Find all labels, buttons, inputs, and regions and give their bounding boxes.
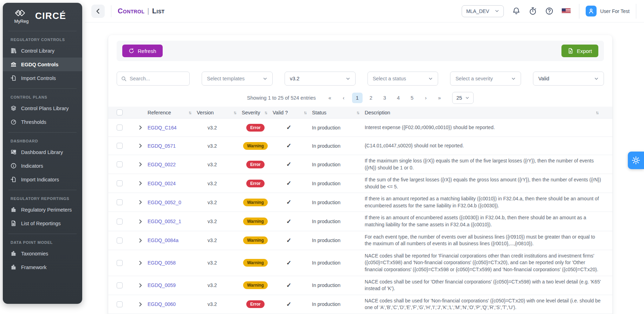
environment-select[interactable]: MLA_DEV xyxy=(462,5,504,17)
row-checkbox[interactable] xyxy=(117,180,123,186)
description-cell: NACE codes shall be used for 'Non-financ… xyxy=(365,298,604,311)
app-logo[interactable]: MyReg CIRCÉ xyxy=(3,3,82,27)
status-select-value: Select a status xyxy=(373,76,406,81)
chevron-down-icon xyxy=(428,76,433,81)
expand-row-icon[interactable] xyxy=(138,125,143,130)
version-select[interactable]: v3.2 xyxy=(285,72,356,86)
gear-icon xyxy=(632,156,640,165)
first-page-button[interactable]: « xyxy=(325,93,335,103)
sidebar-item-egdq-controls[interactable]: EGDQ Controls xyxy=(3,58,82,71)
reference-link[interactable]: EGDQ_0058 xyxy=(148,260,176,266)
reference-link[interactable]: EGDQ_0084a xyxy=(148,238,178,243)
previous-page-button[interactable]: ‹ xyxy=(338,93,349,103)
sidebar-section: REGULATORY REPORTINGS Regulatory Perimet… xyxy=(3,190,82,230)
templates-select[interactable]: Select templates xyxy=(202,72,273,86)
row-checkbox[interactable] xyxy=(117,260,123,266)
select-all-checkbox[interactable] xyxy=(117,109,123,115)
user-menu[interactable]: User For Test xyxy=(579,4,636,19)
reference-link[interactable]: EGDQ_0060 xyxy=(148,301,176,307)
row-checkbox[interactable] xyxy=(117,143,123,149)
expand-row-icon[interactable] xyxy=(138,143,143,148)
expand-row-icon[interactable] xyxy=(138,302,143,307)
page-button-1[interactable]: 1 xyxy=(352,93,363,103)
row-checkbox[interactable] xyxy=(117,282,123,288)
timer-button[interactable] xyxy=(529,7,537,15)
row-checkbox[interactable] xyxy=(117,219,123,225)
expand-row-icon[interactable] xyxy=(138,260,143,266)
severity-select[interactable]: Select a severity xyxy=(450,72,521,86)
row-checkbox[interactable] xyxy=(117,301,123,307)
chevron-down-icon xyxy=(465,96,469,100)
sort-icon[interactable]: ↑↓ xyxy=(304,110,307,115)
sidebar-item-taxonomies[interactable]: Taxonomies xyxy=(3,247,82,260)
sidebar-item-framework[interactable]: Framework xyxy=(3,260,82,274)
page-button-5[interactable]: 5 xyxy=(407,93,417,103)
reference-link[interactable]: EGDQ_0571 xyxy=(148,143,176,149)
expand-row-icon[interactable] xyxy=(138,200,143,205)
bell-icon xyxy=(512,7,520,15)
expand-row-icon[interactable] xyxy=(138,219,143,224)
refresh-button[interactable]: Refresh xyxy=(122,45,163,57)
logo-title: CIRCÉ xyxy=(35,11,66,21)
sidebar-item-regulatory-perimeters[interactable]: Regulatory Perimeters xyxy=(3,203,82,216)
valid-check-icon: ✓ xyxy=(286,282,291,289)
help-button[interactable] xyxy=(545,7,553,15)
reference-link[interactable]: EGDQ_0052_1 xyxy=(148,219,181,224)
sidebar-item-import-controls[interactable]: Import Controls xyxy=(3,71,82,85)
table-row: EGDQ_0571 v3.2 Warning ✓ In production {… xyxy=(108,136,612,155)
reference-link[interactable]: EGDQ_0024 xyxy=(148,181,176,186)
sidebar-item-indicators[interactable]: Indicators xyxy=(3,159,82,173)
expand-row-icon[interactable] xyxy=(138,283,143,288)
next-page-button[interactable]: › xyxy=(421,93,431,103)
row-checkbox[interactable] xyxy=(117,199,123,205)
notifications-button[interactable] xyxy=(512,7,520,15)
books-icon xyxy=(11,48,17,54)
table-header: Reference↑↓ Version↑↓ Severity↑↓ Valid ?… xyxy=(108,107,612,118)
sidebar-item-control-library[interactable]: Control Library xyxy=(3,44,82,58)
expand-row-icon[interactable] xyxy=(138,238,143,243)
sidebar-item-dashboard-library[interactable]: Dashboard Library xyxy=(3,145,82,159)
sidebar-item-import-indicators[interactable]: Import Indicators xyxy=(3,173,82,186)
topbar: Control | List MLA_DEV User For Test xyxy=(85,0,644,22)
reference-link[interactable]: EGDQ_0059 xyxy=(148,282,176,288)
sort-icon[interactable]: ↑↓ xyxy=(264,110,268,115)
sort-icon[interactable]: ↑↓ xyxy=(596,110,599,115)
reference-link[interactable]: EGDQ_C164 xyxy=(148,125,176,131)
us-flag-icon[interactable] xyxy=(562,8,571,14)
sidebar-item-list-of-reportings[interactable]: List of Reportings xyxy=(3,216,82,230)
row-checkbox[interactable] xyxy=(117,161,123,167)
sidebar-section: CONTROL PLANS Control Plans Library Thre… xyxy=(3,88,82,129)
reference-link[interactable]: EGDQ_0052_0 xyxy=(148,200,181,205)
row-checkbox[interactable] xyxy=(117,238,123,243)
breadcrumb-secondary: List xyxy=(152,7,165,15)
reference-link[interactable]: EGDQ_0022 xyxy=(148,162,176,167)
sort-icon[interactable]: ↑↓ xyxy=(356,110,360,115)
back-button[interactable] xyxy=(91,5,105,18)
page-button-3[interactable]: 3 xyxy=(379,93,390,103)
expand-row-icon[interactable] xyxy=(138,181,143,186)
last-page-button[interactable]: » xyxy=(434,93,445,103)
layers-icon xyxy=(11,105,17,111)
sort-icon[interactable]: ↑↓ xyxy=(233,110,237,115)
row-checkbox[interactable] xyxy=(117,125,123,131)
page-size-select[interactable]: 25 xyxy=(452,92,474,104)
valid-select[interactable]: Valid xyxy=(533,72,604,86)
version-cell: v3.2 xyxy=(197,260,242,266)
search-input[interactable] xyxy=(130,76,185,81)
export-button[interactable]: Export xyxy=(561,45,598,57)
bar-chart-icon xyxy=(11,250,17,256)
breadcrumb-primary: Control xyxy=(118,7,144,15)
version-cell: v3.2 xyxy=(197,282,242,288)
page-button-4[interactable]: 4 xyxy=(393,93,404,103)
page-button-2[interactable]: 2 xyxy=(366,93,376,103)
version-select-value: v3.2 xyxy=(290,76,299,81)
severity-badge: Warning xyxy=(243,218,268,225)
expand-row-icon[interactable] xyxy=(138,162,143,167)
sidebar-item-control-plans-library[interactable]: Control Plans Library xyxy=(3,101,82,115)
breadcrumb: Control | List xyxy=(118,7,165,15)
settings-fab-button[interactable] xyxy=(628,152,644,169)
sidebar-item-thresholds[interactable]: Thresholds xyxy=(3,115,82,129)
status-select[interactable]: Select a status xyxy=(367,72,438,86)
sort-icon[interactable]: ↑↓ xyxy=(188,110,192,115)
table-body: EGDQ_C164 v3.2 Error ✓ In production Int… xyxy=(108,118,612,314)
